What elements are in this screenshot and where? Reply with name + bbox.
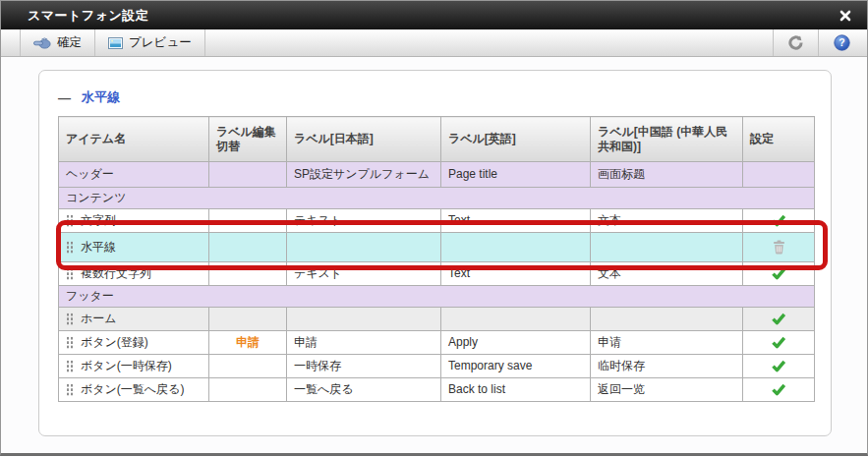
setting-cell[interactable] <box>743 209 815 233</box>
check-icon <box>771 313 786 325</box>
section-row[interactable]: コンテンツ <box>59 188 815 209</box>
toolbar-right-group: ? <box>773 29 865 56</box>
check-icon <box>771 214 786 227</box>
drag-handle-icon[interactable] <box>66 313 74 325</box>
label-chinese-cell: 画面标题 <box>591 162 743 188</box>
section-row-label: コンテンツ <box>59 188 815 209</box>
item-name-label: ボタン(一時保存) <box>81 359 172 373</box>
item-name-label: 水平線 <box>81 240 116 255</box>
section-collapse-toggle[interactable]: — <box>58 90 71 105</box>
label-english-cell <box>441 308 591 331</box>
check-icon <box>771 383 786 396</box>
image-icon <box>108 37 123 49</box>
hand-pointer-icon <box>33 36 51 49</box>
table-row[interactable]: ヘッダーSP設定サンプルフォームPage title画面标题 <box>59 162 815 188</box>
table-row[interactable]: ボタン(登録)申請申請Apply申请 <box>59 331 815 355</box>
drag-handle-icon[interactable] <box>66 360 74 372</box>
column-header: 設定 <box>743 117 815 162</box>
confirm-button-label: 確定 <box>57 34 82 51</box>
item-name-cell: ボタン(一覧へ戻る) <box>59 378 209 402</box>
section-title-text: 水平線 <box>82 88 120 106</box>
label-toggle-cell <box>209 308 287 331</box>
item-name-label: ヘッダー <box>66 167 114 182</box>
label-toggle-cell <box>209 378 287 402</box>
setting-cell[interactable] <box>743 355 815 378</box>
drag-handle-icon[interactable] <box>66 214 74 227</box>
drag-handle-icon[interactable] <box>66 267 74 280</box>
label-japanese-cell: 一覧へ戻る <box>287 378 441 402</box>
column-header: ラベル[日本語] <box>287 117 441 162</box>
item-name-label: 複数行文字列 <box>81 266 151 281</box>
toolbar: 確定 プレビュー <box>1 29 867 57</box>
column-header: ラベル編集切替 <box>209 117 287 162</box>
label-english-cell: Back to list <box>441 378 591 402</box>
label-chinese-cell: 返回一览 <box>591 378 743 402</box>
help-button[interactable]: ? <box>819 29 865 56</box>
label-chinese-cell: 临时保存 <box>591 355 743 378</box>
close-button[interactable] <box>836 7 855 25</box>
label-english-cell: Page title <box>441 162 591 188</box>
item-name-cell: 文字列 <box>59 209 209 233</box>
setting-cell[interactable] <box>743 378 815 402</box>
label-toggle-cell <box>209 262 287 286</box>
title-bar[interactable]: スマートフォン設定 <box>1 1 867 29</box>
help-icon: ? <box>834 34 850 51</box>
preview-button[interactable]: プレビュー <box>95 29 204 56</box>
label-japanese-cell: SP設定サンプルフォーム <box>287 162 441 188</box>
help-glyph: ? <box>839 36 844 48</box>
item-name-cell: 水平線 <box>59 233 209 262</box>
drag-handle-icon[interactable] <box>66 383 74 396</box>
label-english-cell: Apply <box>441 331 591 355</box>
item-name-label: ボタン(一覧へ戻る) <box>81 382 184 397</box>
label-chinese-cell: 申请 <box>591 331 743 355</box>
table-row[interactable]: ボタン(一覧へ戻る)一覧へ戻るBack to list返回一览 <box>59 378 815 402</box>
items-table: アイテム名ラベル編集切替ラベル[日本語]ラベル[英語]ラベル[中国語 (中華人民… <box>58 116 815 402</box>
table-row[interactable]: 複数行文字列テキストText文本 <box>59 262 815 286</box>
toolbar-separator <box>204 29 205 56</box>
setting-cell[interactable] <box>743 233 815 262</box>
label-toggle-cell: 申請 <box>209 331 287 355</box>
table-body: ヘッダーSP設定サンプルフォームPage title画面标题コンテンツ文字列テキ… <box>59 162 815 402</box>
drag-handle-icon[interactable] <box>66 336 74 349</box>
label-toggle-cell <box>209 209 287 233</box>
setting-cell[interactable] <box>743 308 815 331</box>
label-japanese-cell <box>287 308 441 331</box>
label-chinese-cell: 文本 <box>591 209 743 233</box>
item-name-label: 文字列 <box>81 213 116 228</box>
refresh-icon <box>788 35 803 50</box>
confirm-button[interactable]: 確定 <box>21 29 94 56</box>
item-name-cell: ボタン(登録) <box>59 331 209 355</box>
table-row[interactable]: 文字列テキストText文本 <box>59 209 815 233</box>
drag-handle-icon[interactable] <box>66 241 74 254</box>
item-name-cell: ボタン(一時保存) <box>59 355 209 378</box>
trash-icon <box>773 240 785 255</box>
label-english-cell: Text <box>441 209 591 233</box>
refresh-button[interactable] <box>774 29 818 56</box>
setting-cell[interactable] <box>743 331 815 355</box>
preview-button-label: プレビュー <box>129 34 192 51</box>
label-japanese-cell: テキスト <box>287 262 441 286</box>
item-name-label: ホーム <box>81 312 117 326</box>
label-chinese-cell: 文本 <box>591 262 743 286</box>
settings-panel: — 水平線 アイテム名ラベル編集切替ラベル[日本語]ラベル[英語]ラベル[中国語… <box>38 70 832 436</box>
setting-cell[interactable] <box>743 262 815 286</box>
table-row[interactable]: ボタン(一時保存)一時保存Temporary save临时保存 <box>59 355 815 378</box>
item-name-label: ボタン(登録) <box>81 335 148 350</box>
column-header: アイテム名 <box>59 117 209 162</box>
label-chinese-cell <box>591 308 743 331</box>
label-english-cell: Text <box>441 262 591 286</box>
section-row[interactable]: フッター <box>59 286 815 308</box>
dialog-content: — 水平線 アイテム名ラベル編集切替ラベル[日本語]ラベル[英語]ラベル[中国語… <box>1 57 867 451</box>
table-header-row: アイテム名ラベル編集切替ラベル[日本語]ラベル[英語]ラベル[中国語 (中華人民… <box>59 117 815 162</box>
label-japanese-cell: 一時保存 <box>287 355 441 378</box>
section-title: — 水平線 <box>58 88 812 106</box>
table-row[interactable]: ホーム <box>59 308 815 331</box>
label-toggle-cell <box>209 355 287 378</box>
label-japanese-cell <box>287 233 441 262</box>
close-icon <box>839 10 851 22</box>
table-row[interactable]: 水平線 <box>59 233 815 262</box>
item-name-cell: ヘッダー <box>59 162 209 188</box>
check-icon <box>771 360 786 372</box>
label-chinese-cell <box>591 233 743 262</box>
setting-cell <box>743 162 815 188</box>
